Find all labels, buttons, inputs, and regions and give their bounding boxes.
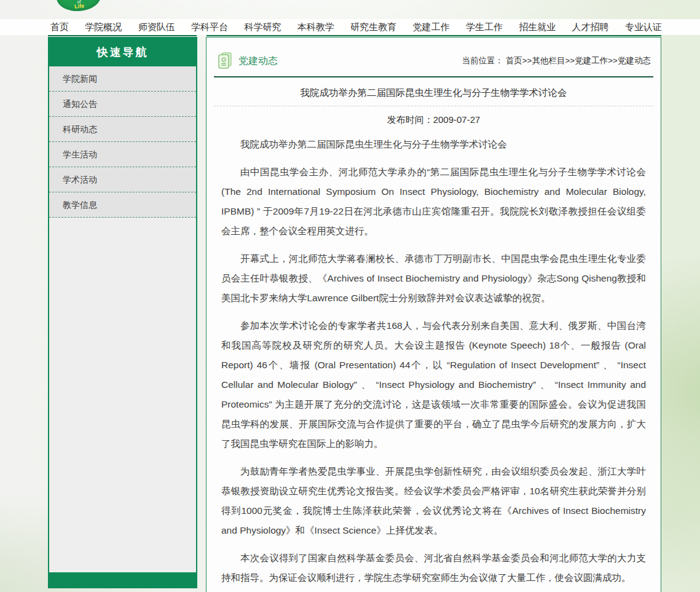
nav-item-accreditation[interactable]: 专业认证 bbox=[625, 22, 662, 33]
nav-item-overview[interactable]: 学院概况 bbox=[85, 22, 122, 33]
section-divider bbox=[214, 76, 653, 77]
sidebar-item-academic-activities[interactable]: 学术活动 bbox=[49, 167, 196, 192]
breadcrumb-other-columns[interactable]: 其他栏目 bbox=[532, 56, 565, 65]
article-body: 我院成功举办第二届国际昆虫生理生化与分子生物学学术讨论会 由中国昆虫学会主办、河… bbox=[206, 126, 661, 588]
section-title: 党建动态 bbox=[238, 55, 278, 68]
publish-date: 发布时间：2009-07-27 bbox=[206, 114, 661, 126]
nav-item-home[interactable]: 首页 bbox=[50, 22, 69, 33]
title-dashed-divider bbox=[214, 106, 653, 106]
breadcrumb-separator: >> bbox=[522, 56, 532, 65]
article-paragraph: 由中国昆虫学会主办、河北师范大学承办的“第二届国际昆虫生理生化与分子生物学学术讨… bbox=[221, 162, 646, 241]
sidebar-item-student-activities[interactable]: 学生活动 bbox=[49, 142, 196, 167]
article-title: 我院成功举办第二届国际昆虫生理生化与分子生物学学术讨论会 bbox=[206, 87, 661, 100]
nav-item-undergraduate[interactable]: 本科教学 bbox=[297, 22, 334, 33]
nav-item-student-work[interactable]: 学生工作 bbox=[466, 22, 503, 33]
breadcrumb-separator: >> bbox=[565, 56, 575, 65]
sidebar-item-research-news[interactable]: 科研动态 bbox=[49, 117, 196, 142]
breadcrumb: 当前位置： 首页>>其他栏目>>党建工作>>党建动态 bbox=[462, 55, 651, 66]
section-title-wrap: 党建动态 bbox=[218, 52, 278, 69]
college-logo[interactable]: of Life bbox=[55, 0, 101, 12]
breadcrumb-separator: >> bbox=[608, 56, 618, 65]
nav-underline-right bbox=[206, 35, 661, 36]
page-background: of Life 首页 学院概况 师资队伍 学科平台 科学研究 本科教学 研究生教… bbox=[0, 0, 700, 592]
sidebar-item-notices[interactable]: 通知公告 bbox=[49, 92, 196, 117]
breadcrumb-party-news[interactable]: 党建动态 bbox=[618, 56, 651, 65]
nav-item-graduate[interactable]: 研究生教育 bbox=[350, 22, 396, 33]
nav-item-recruitment[interactable]: 人才招聘 bbox=[572, 22, 609, 33]
sidebar-item-college-news[interactable]: 学院新闻 bbox=[49, 66, 196, 92]
nav-item-admission[interactable]: 招生就业 bbox=[519, 22, 556, 33]
sidebar-title: 快速导航 bbox=[49, 38, 196, 66]
sidebar-footer-bar bbox=[49, 572, 196, 587]
nav-underline-left bbox=[48, 35, 197, 36]
article-paragraph: 本次会议得到了国家自然科学基金委员会、河北省自然科学基金委员会和河北师范大学的大… bbox=[221, 548, 646, 588]
nav-item-discipline-platform[interactable]: 学科平台 bbox=[191, 22, 228, 33]
logo-life-text: Life bbox=[74, 3, 85, 9]
breadcrumb-home[interactable]: 首页 bbox=[506, 56, 522, 65]
main-content-panel: 党建动态 当前位置： 首页>>其他栏目>>党建工作>>党建动态 我院成功举办第二… bbox=[206, 37, 661, 592]
article-paragraph: 开幕式上，河北师范大学蒋春澜校长、承德市丁万明副市长、中国昆虫学会昆虫生理生化专… bbox=[221, 249, 646, 308]
breadcrumb-party-work[interactable]: 党建工作 bbox=[575, 56, 608, 65]
nav-item-research[interactable]: 科学研究 bbox=[244, 22, 281, 33]
document-icon bbox=[218, 52, 232, 69]
top-navbar: 首页 学院概况 师资队伍 学科平台 科学研究 本科教学 研究生教育 党建工作 学… bbox=[0, 19, 700, 35]
sidebar-item-teaching-info[interactable]: 教学信息 bbox=[49, 192, 196, 218]
nav-item-party-work[interactable]: 党建工作 bbox=[413, 22, 450, 33]
nav-list: 首页 学院概况 师资队伍 学科平台 科学研究 本科教学 研究生教育 党建工作 学… bbox=[0, 19, 700, 35]
article-paragraph: 我院成功举办第二届国际昆虫生理生化与分子生物学学术讨论会 bbox=[221, 135, 646, 154]
article-paragraph: 为鼓励青年学者热爱昆虫学事业、开展昆虫学创新性研究，由会议组织委员会发起、浙江大… bbox=[221, 462, 646, 540]
quick-nav-sidebar: 快速导航 学院新闻 通知公告 科研动态 学生活动 学术活动 教学信息 bbox=[48, 37, 197, 588]
nav-item-faculty[interactable]: 师资队伍 bbox=[138, 22, 175, 33]
section-header: 党建动态 当前位置： 首页>>其他栏目>>党建工作>>党建动态 bbox=[218, 52, 651, 69]
article-paragraph: 参加本次学术讨论会的专家学者共168人，与会代表分别来自美国、意大利、俄罗斯、中… bbox=[221, 316, 646, 454]
breadcrumb-label: 当前位置： bbox=[462, 56, 503, 65]
sidebar-filler bbox=[49, 218, 196, 572]
